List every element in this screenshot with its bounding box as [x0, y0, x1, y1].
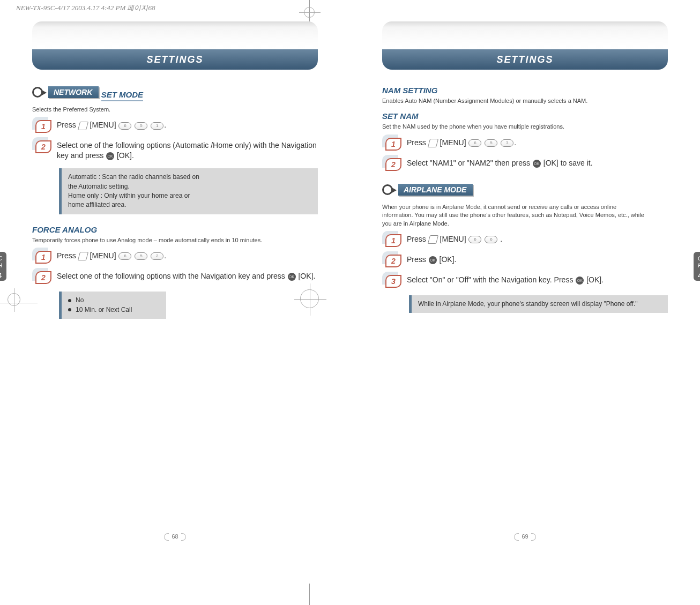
key-6-icon: 6 — [118, 252, 131, 260]
set-nam-step-1: 1 Press [MENU] 6 5 3. — [385, 138, 668, 151]
key-6-icon: 6 — [118, 122, 131, 130]
page-header: SETTINGS — [32, 21, 318, 70]
step-number-icon: 3 — [385, 275, 401, 288]
section-network: NETWORK — [32, 86, 99, 98]
key-5-icon: 5 — [135, 122, 147, 130]
step-number-icon: 1 — [385, 138, 401, 151]
heading-set-mode: SET MODE — [101, 90, 143, 101]
heading-set-nam: SET NAM — [382, 111, 668, 121]
airplane-step-3: 3 Select "On" or "Off" with the Navigati… — [385, 275, 668, 288]
chapter-label: C H — [694, 255, 700, 269]
ok-key-icon: OK — [288, 273, 296, 281]
step-number-icon: 2 — [35, 271, 51, 284]
set-mode-step-2: 2 Select one of the following options (A… — [35, 140, 318, 161]
section-bullet-icon — [382, 184, 393, 195]
step-number-icon: 2 — [35, 140, 51, 153]
chapter-tab: C H 4 — [694, 252, 700, 281]
option-text: No — [76, 296, 84, 305]
key-6-icon: 6 — [468, 139, 481, 147]
key-2-icon: 2 — [151, 252, 163, 260]
page-number: 68 — [0, 532, 350, 541]
step-text: Select "NAM1" or "NAM2" then press OK [O… — [407, 158, 593, 168]
step-text: Press [MENU] 6 5 3. — [407, 138, 516, 148]
chapter-tab: C H 4 — [0, 252, 6, 281]
key-1-icon: 1 — [151, 122, 163, 130]
airplane-step-1: 1 Press [MENU] 6 6 . — [385, 234, 668, 247]
chapter-label: C H — [0, 255, 6, 269]
force-analog-step-1: 1 Press [MENU] 6 5 2. — [35, 251, 318, 264]
desc-set-mode: Selects the Preferred System. — [32, 106, 318, 114]
desc-airplane: When your phone is in Airplane Mode, it … — [382, 203, 668, 228]
key-3-icon: 3 — [501, 139, 513, 147]
set-nam-step-2: 2 Select "NAM1" or "NAM2" then press OK … — [385, 158, 668, 171]
section-airplane-mode: AIRPLANE MODE — [382, 184, 473, 196]
file-header-text: NEW-TX-95C-4/17 2003.4.17 4:42 PM 페이지68 — [16, 3, 155, 13]
step-text: Press OK [OK]. — [407, 255, 456, 265]
set-mode-step-1: 1 Press [MENU] 6 5 1. — [35, 120, 318, 133]
page-number: 69 — [350, 532, 700, 541]
section-label: NETWORK — [48, 86, 99, 98]
ok-key-icon: OK — [576, 277, 584, 285]
heading-nam-setting: NAM SETTING — [382, 86, 668, 95]
section-label: AIRPLANE MODE — [398, 184, 473, 196]
chapter-number: 4 — [694, 271, 700, 280]
desc-set-nam: Set the NAM used by the phone when you h… — [382, 123, 668, 131]
right-page: SETTINGS NAM SETTING Enables Auto NAM (N… — [350, 16, 700, 605]
desc-nam-setting: Enables Auto NAM (Number Assignment Modu… — [382, 97, 668, 105]
softkey-icon — [79, 252, 87, 260]
page-header: SETTINGS — [382, 21, 668, 70]
ok-key-icon: OK — [429, 256, 437, 264]
step-number-icon: 2 — [385, 158, 401, 171]
bullet-icon — [68, 308, 71, 311]
chapter-number: 4 — [0, 271, 6, 280]
section-bullet-icon — [32, 87, 43, 98]
option-text: 10 Min. or Next Call — [76, 305, 132, 315]
info-box-set-mode: Automatic : Scan the radio channels base… — [59, 168, 318, 214]
step-text: Select one of the following options with… — [57, 271, 315, 281]
step-number-icon: 2 — [385, 255, 401, 267]
key-6-icon: 6 — [485, 236, 497, 243]
heading-force-analog: FORCE ANALOG — [32, 225, 318, 234]
info-box-airplane: While in Airplane Mode, your phone's sta… — [409, 295, 668, 313]
force-analog-step-2: 2 Select one of the following options wi… — [35, 271, 318, 284]
airplane-step-2: 2 Press OK [OK]. — [385, 255, 668, 267]
step-number-icon: 1 — [35, 251, 51, 264]
key-5-icon: 5 — [135, 252, 147, 260]
step-number-icon: 1 — [35, 120, 51, 133]
step-text: Press [MENU] 6 5 1. — [57, 120, 166, 130]
desc-force-analog: Temporarily forces phone to use Analog m… — [32, 236, 318, 244]
softkey-icon — [429, 235, 437, 244]
bullet-icon — [68, 299, 71, 302]
page-title: SETTINGS — [382, 49, 668, 70]
softkey-icon — [429, 139, 437, 147]
step-text: Select "On" or "Off" with the Navigation… — [407, 275, 604, 285]
step-text: Press [MENU] 6 6 . — [407, 234, 502, 244]
step-text: Select one of the following options (Aut… — [57, 140, 318, 161]
info-box-force-analog: No 10 Min. or Next Call — [59, 292, 166, 319]
left-page: SETTINGS NETWORK SET MODE Selects the Pr… — [0, 16, 350, 605]
softkey-icon — [79, 122, 87, 130]
key-6-icon: 6 — [468, 236, 481, 243]
ok-key-icon: OK — [533, 160, 541, 168]
ok-key-icon: OK — [106, 152, 114, 160]
step-number-icon: 1 — [385, 234, 401, 247]
page-title: SETTINGS — [32, 49, 318, 70]
key-5-icon: 5 — [485, 139, 497, 147]
step-text: Press [MENU] 6 5 2. — [57, 251, 166, 261]
